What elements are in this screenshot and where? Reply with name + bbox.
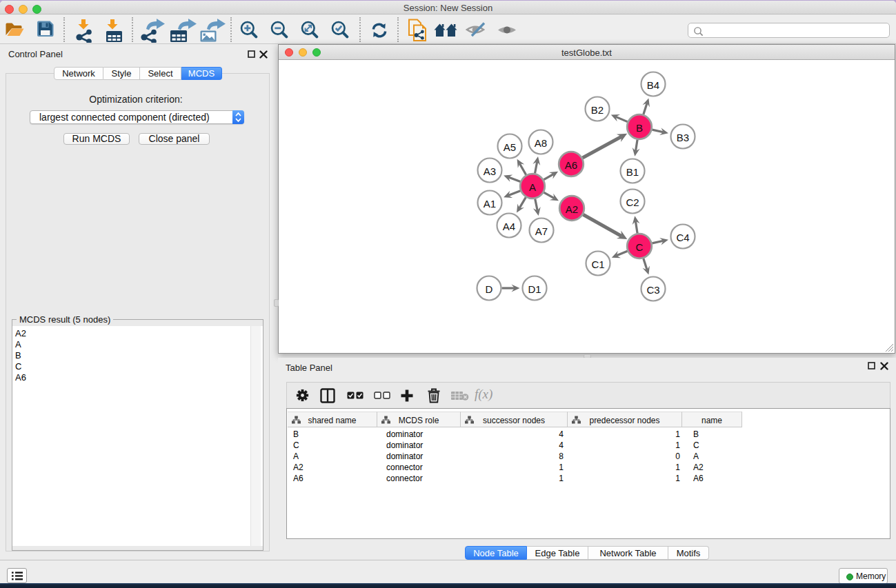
svg-text:B4: B4: [647, 79, 659, 91]
svg-text:C: C: [636, 241, 644, 253]
svg-text:A: A: [529, 181, 536, 193]
svg-text:A3: A3: [484, 165, 496, 177]
svg-text:B: B: [636, 122, 643, 134]
svg-text:D: D: [486, 283, 493, 295]
svg-text:D1: D1: [528, 283, 541, 295]
svg-text:C3: C3: [646, 284, 659, 296]
svg-text:C2: C2: [626, 196, 639, 208]
svg-text:A8: A8: [535, 137, 547, 149]
svg-text:A4: A4: [503, 221, 515, 232]
svg-text:A5: A5: [504, 141, 516, 153]
svg-text:A7: A7: [535, 225, 548, 237]
svg-text:C1: C1: [591, 258, 604, 270]
svg-text:B2: B2: [591, 104, 604, 116]
svg-text:A2: A2: [566, 203, 578, 215]
svg-text:B3: B3: [677, 132, 689, 143]
svg-text:B1: B1: [626, 166, 639, 178]
svg-text:A6: A6: [565, 159, 577, 171]
svg-text:C4: C4: [676, 232, 689, 243]
svg-text:A1: A1: [484, 198, 496, 210]
